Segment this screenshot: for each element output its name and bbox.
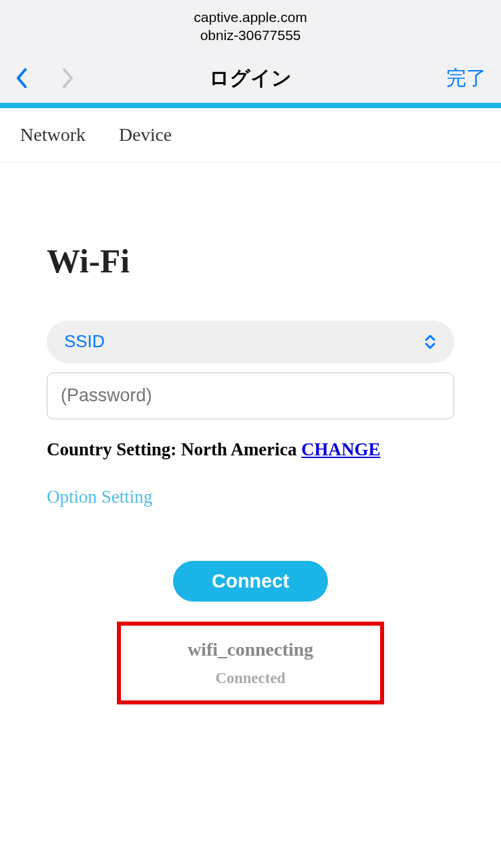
- ssid-label: SSID: [64, 331, 105, 352]
- ssid-select[interactable]: SSID: [47, 320, 454, 363]
- captive-url: captive.apple.com obniz-30677555: [0, 8, 501, 45]
- content: Wi-Fi SSID Country Setting: North Americ…: [0, 162, 501, 704]
- tab-network[interactable]: Network: [20, 124, 86, 146]
- back-button[interactable]: [15, 67, 28, 89]
- status-primary: wifi_connecting: [121, 639, 380, 660]
- captive-domain: captive.apple.com: [0, 8, 501, 26]
- chevron-left-icon: [15, 67, 27, 89]
- status-secondary: Connected: [121, 670, 380, 687]
- connect-section: Connect wifi_connecting Connected: [47, 561, 454, 704]
- select-arrows-icon: [424, 334, 437, 350]
- change-country-link[interactable]: CHANGE: [301, 439, 381, 459]
- connect-button[interactable]: Connect: [173, 561, 328, 602]
- chevron-right-icon: [62, 67, 74, 89]
- country-label: Country Setting:: [47, 439, 181, 459]
- progress-bar: [0, 103, 501, 108]
- forward-button[interactable]: [61, 67, 75, 89]
- nav-title: ログイン: [209, 65, 292, 92]
- option-setting-link[interactable]: Option Setting: [47, 487, 454, 507]
- tab-device[interactable]: Device: [119, 124, 172, 146]
- status-box: wifi_connecting Connected: [117, 622, 384, 704]
- done-button[interactable]: 完了: [446, 65, 486, 92]
- captive-header: captive.apple.com obniz-30677555 ログイン 完了: [0, 0, 501, 103]
- nav-bar: ログイン 完了: [0, 45, 501, 103]
- country-setting: Country Setting: North America CHANGE: [47, 439, 454, 460]
- country-value: North America: [181, 439, 297, 459]
- tabs: Network Device: [0, 108, 501, 162]
- page-title: Wi-Fi: [47, 242, 454, 280]
- captive-ssid: obniz-30677555: [0, 26, 501, 44]
- password-input[interactable]: [47, 373, 454, 419]
- nav-arrows: [15, 67, 75, 89]
